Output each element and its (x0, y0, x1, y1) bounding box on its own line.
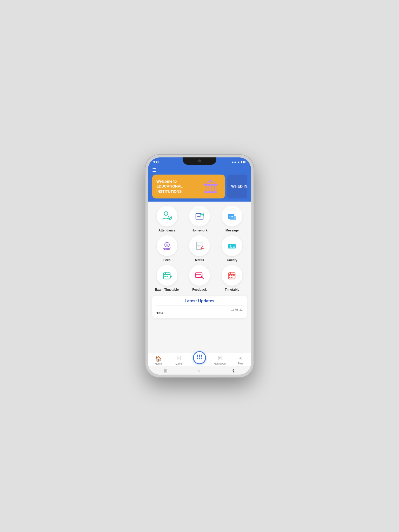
home-nav-label: Home (155, 362, 162, 365)
svg-rect-35 (195, 273, 202, 277)
update-date: 17-08-22 (156, 308, 243, 311)
message-icon-circle (222, 206, 242, 227)
exam-timetable-icon-circle (157, 265, 177, 286)
marks-nav-icon (176, 355, 182, 362)
banner-carousel: Welcome toEDUCATIONALINSTITUTIONS (152, 175, 247, 198)
svg-rect-34 (167, 276, 168, 277)
feedback-icon (194, 270, 205, 281)
svg-rect-59 (199, 358, 200, 359)
menu-item-timetable[interactable]: Timetable (217, 265, 247, 291)
marks-icon-circle (189, 235, 210, 256)
fees-nav-label: Fees (238, 362, 243, 365)
android-recents-btn[interactable]: ||| (164, 368, 167, 373)
fees-icon-circle: $ (157, 235, 177, 256)
nav-item-marks[interactable]: Marks (169, 355, 189, 365)
svg-rect-52 (197, 355, 198, 356)
apps-nav-icon (196, 354, 203, 362)
android-back-btn[interactable]: ❮ (232, 368, 235, 373)
banner-secondary-text: We ED IN (231, 184, 247, 189)
exam-timetable-icon (161, 270, 173, 281)
svg-rect-47 (233, 275, 235, 276)
svg-rect-33 (164, 276, 166, 277)
attendance-icon-circle (157, 206, 177, 227)
latest-updates-title: Latest Updates (156, 299, 243, 306)
menu-item-message[interactable]: Message (217, 206, 247, 232)
phone-notch (183, 157, 216, 165)
banner-welcome-text: Welcome toEDUCATIONALINSTITUTIONS (156, 179, 183, 194)
apps-nav-circle[interactable] (193, 351, 206, 364)
svg-rect-53 (199, 355, 200, 356)
gallery-icon-circle (222, 235, 242, 256)
homework-label: Homework (191, 229, 207, 232)
svg-rect-43 (229, 275, 230, 276)
status-icons: ●●● ▲ ▮▮▮ (232, 161, 246, 163)
fees-icon: $ (161, 240, 173, 251)
nav-item-homework[interactable]: Homework (210, 355, 230, 365)
gallery-label: Gallery (227, 258, 237, 262)
svg-line-38 (202, 277, 204, 279)
homework-nav-label: Homework (214, 362, 226, 365)
menu-item-exam-timetable[interactable]: Exam Timetable (152, 265, 182, 291)
menu-item-homework[interactable]: Homework (185, 206, 214, 232)
svg-rect-55 (197, 356, 198, 357)
signal-icon: ●●● (232, 161, 236, 163)
svg-rect-1 (208, 185, 210, 192)
svg-rect-56 (199, 356, 200, 357)
latest-updates-section: Latest Updates 17-08-22 Title (152, 296, 247, 318)
message-icon (226, 210, 238, 222)
marks-nav-label: Marks (175, 362, 182, 365)
svg-rect-26 (201, 248, 204, 249)
svg-rect-54 (201, 355, 202, 356)
exam-timetable-label: Exam Timetable (155, 288, 179, 291)
homework-nav-icon (217, 355, 223, 362)
android-nav-bar: ||| ○ ❮ (148, 366, 251, 375)
nav-item-home[interactable]: 🏠 Home (148, 356, 169, 365)
svg-point-7 (209, 181, 212, 183)
attendance-icon (161, 210, 173, 222)
svg-rect-44 (231, 275, 232, 276)
nav-item-fees[interactable]: ₹ Fees (230, 356, 251, 365)
svg-rect-46 (231, 277, 232, 278)
menu-item-marks[interactable]: Marks (185, 235, 214, 262)
timetable-icon-circle (222, 265, 242, 286)
svg-rect-2 (211, 185, 213, 192)
svg-rect-58 (197, 358, 198, 359)
feedback-label: Feedback (192, 288, 207, 291)
phone-device: 9:41 ●●● ▲ ▮▮▮ ☰ Welcome toEDUCATIONALIN… (145, 154, 254, 378)
menu-item-feedback[interactable]: Feedback (185, 265, 214, 291)
nav-item-apps[interactable] (189, 356, 210, 364)
fees-nav-icon: ₹ (239, 356, 242, 362)
homework-icon (194, 210, 205, 222)
menu-icon[interactable]: ☰ (152, 167, 247, 173)
banner-card-main[interactable]: Welcome toEDUCATIONALINSTITUTIONS (152, 175, 225, 198)
svg-rect-3 (214, 185, 216, 192)
attendance-label: Attendance (158, 229, 175, 232)
bottom-nav: 🏠 Home Marks Homewo (148, 353, 251, 366)
svg-point-18 (232, 216, 233, 217)
svg-point-16 (229, 216, 230, 217)
fees-label: Fees (163, 258, 170, 262)
svg-text:$: $ (166, 243, 168, 246)
banner-card-secondary: We ED IN (227, 175, 247, 198)
svg-rect-0 (205, 185, 207, 192)
main-content: Attendance Homework (148, 202, 251, 353)
update-title-label: Title (156, 311, 243, 315)
marks-label: Marks (195, 258, 204, 262)
menu-item-gallery[interactable]: Gallery (217, 235, 247, 262)
phone-screen: 9:41 ●●● ▲ ▮▮▮ ☰ Welcome toEDUCATIONALIN… (148, 157, 251, 375)
svg-point-8 (164, 212, 168, 215)
timetable-label: Timetable (225, 288, 239, 291)
svg-rect-57 (201, 356, 202, 357)
message-label: Message (225, 229, 239, 232)
app-header: ☰ Welcome toEDUCATIONALINSTITUTIONS (148, 165, 251, 202)
front-camera (198, 159, 201, 162)
menu-item-fees[interactable]: $ Fees (152, 235, 182, 262)
android-home-btn[interactable]: ○ (198, 368, 200, 373)
status-time: 9:41 (153, 161, 159, 164)
menu-item-attendance[interactable]: Attendance (152, 206, 182, 232)
wifi-icon: ▲ (237, 161, 240, 163)
gallery-icon (226, 240, 238, 251)
battery-icon: ▮▮▮ (241, 161, 246, 163)
homework-icon-circle (189, 206, 210, 227)
svg-rect-60 (201, 358, 202, 359)
